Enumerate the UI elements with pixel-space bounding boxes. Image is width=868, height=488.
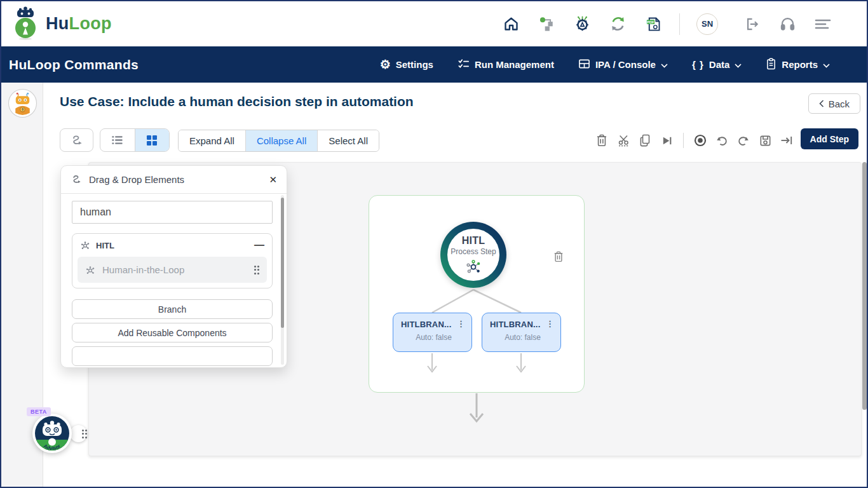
nav-data-label: Data — [709, 59, 730, 70]
sync-icon[interactable] — [608, 15, 627, 34]
navbar-title: HuLoop Commands — [1, 57, 139, 72]
assistant-bot-avatar[interactable]: 0 — [8, 88, 37, 118]
command-navbar: HuLoop Commands ⚙ Settings Run Managemen… — [1, 46, 867, 83]
cut-icon[interactable] — [616, 133, 630, 147]
branch-menu-icon[interactable]: ⋮ — [545, 320, 555, 328]
logout-icon[interactable] — [742, 15, 761, 34]
expand-all-button[interactable]: Expand All — [179, 130, 245, 151]
hitl-node-face: HITL Process Step — [447, 229, 499, 281]
branch-auto-value: Auto: false — [490, 333, 555, 342]
copy-icon[interactable] — [638, 133, 652, 147]
advisor-bot-button[interactable]: Advisor — [32, 413, 72, 454]
redo-icon[interactable] — [736, 133, 750, 147]
back-button[interactable]: Back — [808, 93, 860, 114]
list-view-toggle[interactable] — [100, 129, 135, 151]
navbar-menu: ⚙ Settings Run Management IPA — [380, 58, 867, 72]
branch-auto-value: Auto: false — [401, 333, 466, 342]
panel-body: HITL — Human-in-the-Loop — [61, 194, 287, 368]
drag-handle-icon[interactable] — [254, 266, 260, 274]
panel-scrollbar-thumb[interactable] — [281, 198, 284, 328]
branch-label: HITLBRAN... — [490, 320, 540, 329]
top-bar: HuLoop — [1, 1, 867, 46]
delete-icon[interactable] — [595, 133, 609, 147]
hitl-group-header[interactable]: HITL — — [72, 234, 272, 257]
pdf-report-icon[interactable]: PDF — [644, 15, 663, 34]
human-in-the-loop-item[interactable]: Human-in-the-Loop — [78, 257, 267, 283]
canvas-action-icons — [595, 130, 815, 151]
flow-squiggle-icon — [71, 173, 83, 186]
panel-title: Drag & Drop Elements — [89, 174, 184, 185]
undo-icon[interactable] — [715, 133, 729, 147]
branch-button[interactable]: Branch — [72, 299, 273, 319]
nav-ipa-console[interactable]: IPA / Console — [578, 58, 668, 72]
nav-reports-label: Reports — [782, 59, 818, 70]
topbar-divider — [679, 13, 680, 35]
back-button-label: Back — [829, 98, 850, 109]
grid-view-toggle[interactable] — [135, 129, 170, 151]
close-icon[interactable]: ✕ — [269, 175, 277, 184]
collapse-group-icon[interactable]: — — [254, 240, 264, 250]
hitl-node-subtitle: Process Step — [451, 247, 496, 256]
app-window: HuLoop — [0, 0, 868, 488]
home-icon[interactable] — [501, 15, 520, 34]
skip-to-end-icon[interactable] — [660, 133, 674, 147]
nav-run-management[interactable]: Run Management — [458, 58, 554, 72]
view-toggle — [100, 128, 170, 152]
support-headset-icon[interactable] — [778, 15, 797, 34]
hitl-step-card[interactable]: HITL Process Step — [369, 195, 585, 393]
workflow-icon[interactable] — [537, 15, 556, 34]
advisor-drag-handle[interactable] — [70, 425, 87, 442]
jump-to-end-icon[interactable] — [780, 133, 794, 147]
page-title: Use Case: Include a human decision step … — [60, 94, 414, 109]
nav-settings[interactable]: ⚙ Settings — [380, 58, 433, 71]
menu-icon[interactable] — [813, 15, 832, 34]
add-step-button[interactable]: Add Step — [801, 128, 858, 149]
human-in-the-loop-label: Human-in-the-Loop — [102, 264, 184, 275]
window-scrollbar-thumb[interactable] — [862, 162, 867, 410]
panel-header: Drag & Drop Elements ✕ — [61, 166, 287, 194]
nav-settings-label: Settings — [396, 59, 433, 70]
chevron-down-icon — [823, 59, 830, 70]
flow-view-button[interactable] — [60, 128, 93, 152]
huloop-logo[interactable]: HuLoop — [1, 6, 112, 43]
nav-data[interactable]: { } Data — [692, 59, 742, 70]
save-icon[interactable] — [758, 133, 772, 147]
branch-label: HITLBRAN... — [401, 320, 451, 329]
bot-settings-icon[interactable] — [573, 15, 592, 34]
nav-reports[interactable]: Reports — [766, 58, 830, 72]
run-management-checklist-icon — [458, 58, 470, 72]
chevron-down-icon — [661, 59, 668, 70]
select-all-button[interactable]: Select All — [317, 130, 379, 151]
collapse-all-button[interactable]: Collapse All — [245, 130, 317, 151]
nav-ipa-console-label: IPA / Console — [595, 59, 656, 70]
hub-icon — [80, 240, 90, 250]
branch-menu-icon[interactable]: ⋮ — [456, 320, 466, 328]
list-icon — [111, 133, 124, 147]
hitl-branch-node[interactable]: HITLBRAN... ⋮ Auto: false — [393, 313, 472, 352]
chevron-left-icon — [819, 100, 824, 107]
brand-name: HuLoop — [46, 14, 112, 34]
data-braces-icon: { } — [692, 59, 704, 70]
drag-handle-icon — [82, 430, 88, 438]
hitl-group: HITL — Human-in-the-Loop — [72, 233, 273, 288]
top-icon-group: PDF SN — [501, 13, 867, 35]
console-panels-icon — [578, 58, 590, 72]
hitl-branch-node[interactable]: HITLBRAN... ⋮ Auto: false — [482, 313, 561, 352]
record-icon[interactable] — [693, 133, 707, 147]
reports-clipboard-icon — [766, 58, 776, 72]
hitl-process-step-node[interactable]: HITL Process Step — [440, 222, 506, 288]
chevron-down-icon — [735, 59, 742, 70]
huloop-robot-icon — [11, 6, 39, 43]
hitl-hub-icon — [465, 258, 482, 274]
svg-text:0: 0 — [22, 108, 24, 111]
beta-badge: BETA — [27, 407, 51, 416]
clipped-panel-button[interactable] — [72, 346, 273, 366]
add-reusable-components-button[interactable]: Add Reusable Components — [72, 323, 273, 342]
element-search-input[interactable] — [72, 201, 273, 224]
drag-drop-panel: Drag & Drop Elements ✕ HITL — [60, 165, 287, 368]
nav-run-management-label: Run Management — [475, 59, 554, 70]
grid-icon — [146, 135, 158, 146]
toolbar-divider — [683, 133, 684, 148]
node-delete-icon[interactable] — [553, 250, 564, 266]
user-avatar[interactable]: SN — [696, 13, 718, 35]
